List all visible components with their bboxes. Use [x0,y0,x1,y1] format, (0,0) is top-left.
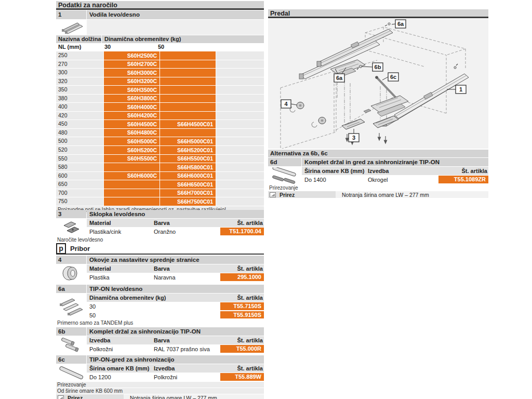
cut-icon [270,192,276,198]
spacer-cell [216,77,264,86]
predal-header: Predal [268,9,488,18]
prirez-text: Notranja širina omare LW – 277 mm [124,394,264,399]
table-row: 320S60H3200C [56,77,264,86]
article-badge: T51.1700.04 [220,228,264,235]
article-30: S60H4200C [104,112,159,120]
col-spacer [209,43,264,51]
spacer-cell [216,69,264,77]
note-kb600: Od širine omare KB 600 mm [56,388,264,394]
nl-value: 600 [56,172,103,180]
nl-value: 500 [56,137,103,145]
article-50: S66H7000C01 [160,189,216,197]
article-50 [160,51,216,60]
section-title: TIP-ON levo/desno [87,285,264,293]
article-30: S60H6000C [104,172,159,180]
header-article: Št. artikla [215,264,264,273]
section-6c: 6cTIP-ON-gred za sinhronizacijo Širina o… [56,355,264,399]
nl-value: 450 [56,120,103,128]
header-kb: Širina omare KB (mm) [302,167,367,175]
article-30 [104,189,159,197]
table1-icon-spacer [87,20,264,35]
header-material: Material [87,219,153,227]
left-column: Podatki za naročilo 1 Vodila levo/desno … [56,1,264,214]
article-badge: T55.1089ZR [438,176,488,183]
table1-body: 250S60H2500C 270S60H2700C 300S60H3000C 3… [56,51,264,206]
header-article: Št. artikla [215,364,264,373]
alternativa-header: Alternativa za 6b, 6c [268,150,488,157]
nl-value: 550 [56,155,103,163]
article-50: S66H5800C01 [160,163,216,171]
coupling-icon [56,219,86,236]
item-number: 6d [268,158,301,166]
nl-value: 750 [56,197,103,206]
pribor-icon: p [56,243,66,254]
spacer-cell [216,180,264,189]
table-row: 400S60H4000C [56,103,264,111]
group-left: Nazivna dolžina [56,35,101,43]
note-prirezovanje: Prirezovanje [268,184,488,191]
pribor-header: p Pribor [56,243,264,255]
spacer-cell [216,112,264,120]
nl-value: 480 [56,129,103,137]
table1-icon-row [56,20,264,35]
spacer-cell [216,103,264,111]
callout-1: 1 [459,86,462,92]
article-50 [160,129,216,137]
header-izvedba: Izvedba [153,364,215,373]
nl-value: 350 [56,86,103,94]
table-row: 350S60H3500C [56,86,264,94]
article-50: S66H7500C01 [160,197,216,206]
table-row: 520S60H5200CS66H5200C01 [56,146,264,154]
item-number: 1 [56,10,86,19]
izvedba-value: Okrogel [367,176,438,184]
article-50 [160,86,216,94]
header-kb: Širina omare KB (mm) [87,364,153,373]
table-row: 270S60H2700C [56,60,264,69]
article-30: S60H4800C [104,129,159,137]
header-article: Št. artikla [215,336,264,344]
article-50: S66H5000C01 [160,137,216,145]
article-50 [160,60,216,69]
article-badge: T55.9150S [220,311,264,319]
spacer-cell [216,146,264,154]
header-izvedba: Izvedba [87,336,153,344]
spacer-cell [216,197,264,206]
material-value: Plastika/cink [87,228,153,236]
item-number: 6a [56,285,86,293]
table-row: 700S66H7000C01 [56,189,264,197]
nl-value: 380 [56,95,103,103]
drawer-diagram: 6a 6b 6c 6a 1 4 3 [268,19,488,149]
section-note: Primerno samo za TANDEM plus [56,320,264,326]
header-material: Material [87,264,153,273]
holders-icon [56,336,86,353]
header-izvedba: Izvedba [367,167,439,175]
knob-icon [56,264,86,282]
runner-icon [56,20,86,35]
spacer-cell [216,189,264,197]
col-nl: NL (mm) [56,43,101,51]
barva-value: Naravna [153,273,220,282]
group-right: Dinamična obremenitev (kg) [102,35,264,43]
table-row: 300S60H3000C [56,69,264,77]
table-row: 650S66H6500C01 [56,180,264,189]
spacer-cell [216,51,264,60]
nl-value: 520 [56,146,103,154]
article-30: S60H4500C [104,120,159,128]
article-30: S60H3000C [104,69,159,77]
article-30: S60H3500C [104,86,159,94]
article-30: S60H2500C [104,51,159,60]
kb-value: Do 1400 [302,176,367,184]
article-30: S60H5000C [104,137,159,145]
note-prirezovanje: Prirezovanje [56,382,264,388]
section-title: Komplet držal in gred za sinhroniziranje… [302,158,488,166]
article-30: S60H3800C [104,95,159,103]
kb-value: Do 1200 [87,373,153,381]
callout-6a-mid: 6a [336,75,343,81]
article-30: S60H2700C [104,60,159,69]
spacer-cell [216,120,264,128]
section-6b: 6bKomplet držal za sinhronizacijo TIP-ON… [56,327,264,354]
article-30: S60H3200C [104,77,159,86]
article-badge: T55.000R [220,345,264,353]
table1-sub-header: NL (mm) 30 50 [56,43,264,51]
col-50: 50 [155,43,208,51]
